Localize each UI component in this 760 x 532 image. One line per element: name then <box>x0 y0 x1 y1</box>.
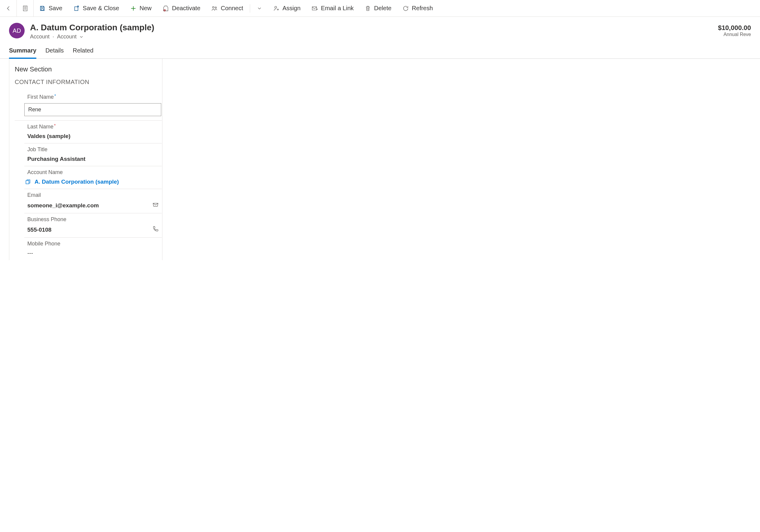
svg-rect-16 <box>26 181 29 184</box>
field-email[interactable]: Email someone_i@example.com <box>24 189 162 213</box>
field-account-name[interactable]: Account Name A. Datum Corporation (sampl… <box>24 166 162 189</box>
save-close-label: Save & Close <box>83 5 119 12</box>
deactivate-button[interactable]: Deactivate <box>157 0 206 17</box>
recommended-indicator: * <box>54 93 56 98</box>
deactivate-label: Deactivate <box>172 5 201 12</box>
back-arrow-icon <box>5 5 12 12</box>
connect-button[interactable]: Connect <box>206 0 249 17</box>
svg-point-10 <box>213 6 214 8</box>
phone-icon <box>152 226 159 232</box>
content: New Section CONTACT INFORMATION First Na… <box>9 59 760 260</box>
save-close-icon <box>73 5 80 12</box>
mobile-phone-label: Mobile Phone <box>27 241 60 247</box>
svg-rect-13 <box>312 7 317 10</box>
save-icon <box>39 5 46 12</box>
refresh-button[interactable]: Refresh <box>397 0 438 17</box>
entity-name: Account <box>30 34 50 40</box>
job-title-label: Job Title <box>27 147 47 153</box>
email-link-button[interactable]: Email a Link <box>306 0 359 17</box>
business-phone-value: 555-0108 <box>27 227 51 233</box>
avatar: AD <box>9 23 24 38</box>
svg-point-12 <box>275 6 276 8</box>
email-label: Email <box>27 192 41 198</box>
first-name-input[interactable] <box>24 103 161 116</box>
envelope-icon <box>152 201 159 208</box>
section-title: New Section <box>15 66 162 73</box>
email-link-label: Email a Link <box>321 5 354 12</box>
form-selector-button[interactable] <box>17 0 34 17</box>
back-button[interactable] <box>0 0 17 17</box>
save-button[interactable]: Save <box>34 0 68 17</box>
svg-rect-5 <box>41 8 43 10</box>
command-bar: Save Save & Close New Deactivate Connect… <box>0 0 760 17</box>
email-value: someone_i@example.com <box>27 202 99 209</box>
new-label: New <box>140 5 152 12</box>
assign-label: Assign <box>283 5 301 12</box>
connect-icon <box>211 5 218 12</box>
email-icon <box>311 5 318 12</box>
breadcrumb: Account · Account <box>30 34 154 40</box>
field-job-title[interactable]: Job Title Purchasing Assistant <box>24 144 162 166</box>
save-close-button[interactable]: Save & Close <box>68 0 124 17</box>
form-selector[interactable]: Account <box>57 34 84 40</box>
metric-value: $10,000.00 <box>718 24 751 32</box>
new-button[interactable]: New <box>124 0 157 17</box>
record-header: AD A. Datum Corporation (sample) Account… <box>0 17 760 42</box>
tab-summary[interactable]: Summary <box>9 47 36 58</box>
tab-related[interactable]: Related <box>73 47 93 58</box>
header-titles: A. Datum Corporation (sample) Account · … <box>30 23 154 40</box>
delete-icon <box>364 5 371 12</box>
chevron-down-icon <box>79 34 84 39</box>
svg-rect-0 <box>23 6 27 11</box>
account-name-link[interactable]: A. Datum Corporation (sample) <box>24 179 162 185</box>
plus-icon <box>130 5 137 12</box>
assign-button[interactable]: Assign <box>267 0 306 17</box>
refresh-icon <box>403 5 409 12</box>
svg-point-11 <box>215 7 217 8</box>
last-name-value: Valdes (sample) <box>27 133 71 140</box>
delete-button[interactable]: Delete <box>359 0 397 17</box>
assign-icon <box>273 5 280 12</box>
field-first-name: First Name * <box>15 91 162 121</box>
form-icon <box>22 5 28 12</box>
page-title: A. Datum Corporation (sample) <box>30 23 154 32</box>
toolbar-separator <box>250 4 250 13</box>
field-business-phone[interactable]: Business Phone 555-0108 <box>24 213 162 238</box>
header-metric: $10,000.00 Annual Reve <box>718 23 751 37</box>
metric-label: Annual Reve <box>718 32 751 37</box>
first-name-label: First Name <box>27 94 54 100</box>
required-indicator: * <box>54 123 56 128</box>
quick-view-panel: New Section CONTACT INFORMATION First Na… <box>9 59 163 260</box>
connect-dropdown[interactable] <box>251 0 267 17</box>
connect-label: Connect <box>221 5 243 12</box>
last-name-label: Last Name <box>27 124 53 130</box>
job-title-value: Purchasing Assistant <box>27 156 86 162</box>
refresh-label: Refresh <box>412 5 433 12</box>
tab-details[interactable]: Details <box>45 47 64 58</box>
svg-rect-4 <box>41 6 43 8</box>
chevron-down-icon <box>257 6 262 11</box>
mobile-phone-value: --- <box>27 250 33 256</box>
account-name-label: Account Name <box>27 169 63 176</box>
subsection-title: CONTACT INFORMATION <box>15 79 162 85</box>
save-label: Save <box>49 5 63 12</box>
business-phone-label: Business Phone <box>27 216 66 223</box>
account-icon <box>25 179 31 185</box>
field-last-name[interactable]: Last Name * Valdes (sample) <box>24 121 162 144</box>
tabs: Summary Details Related <box>0 42 760 59</box>
deactivate-icon <box>163 5 169 12</box>
send-email-button[interactable] <box>152 201 159 209</box>
delete-label: Delete <box>374 5 392 12</box>
call-phone-button[interactable] <box>152 226 159 234</box>
field-mobile-phone[interactable]: Mobile Phone --- <box>24 238 162 260</box>
